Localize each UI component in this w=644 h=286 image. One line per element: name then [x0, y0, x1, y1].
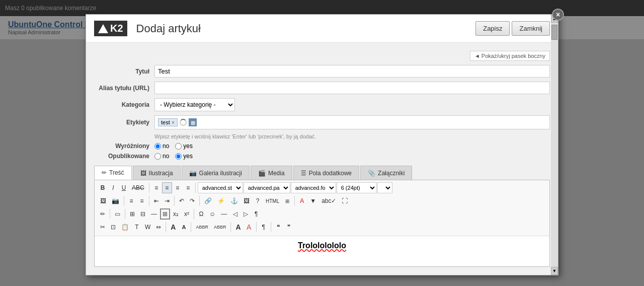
distinguished-no-option[interactable]: no	[154, 142, 169, 150]
tag-test: test ×	[158, 118, 178, 126]
ltr-button[interactable]: ◁	[230, 208, 240, 220]
align-center-button[interactable]: ≡	[162, 182, 172, 193]
tags-container[interactable]: test × ▦	[154, 115, 550, 129]
save-button[interactable]: Zapisz	[475, 21, 510, 36]
modal-close-button[interactable]: ×	[552, 9, 564, 21]
cut-button[interactable]: ✂	[98, 222, 108, 233]
rtl-button[interactable]: ▷	[240, 208, 251, 220]
emoji-button[interactable]: ☺	[207, 208, 218, 220]
unlink-button[interactable]: ⚡	[215, 195, 227, 206]
format-a-button[interactable]: A	[233, 222, 243, 233]
align-justify-button[interactable]: ≡	[183, 182, 193, 193]
published-yes-radio[interactable]	[175, 153, 182, 160]
fullscreen-button[interactable]: ⛶	[339, 195, 350, 206]
link-button[interactable]: 🔗	[202, 195, 214, 206]
fontsize-extra-select[interactable]: ▼	[377, 182, 392, 193]
paste-button[interactable]: 📋	[119, 222, 131, 233]
spell-button[interactable]: abc✓	[319, 195, 339, 206]
alias-input[interactable]	[154, 82, 550, 94]
distinguished-yes-option[interactable]: yes	[175, 142, 193, 150]
category-select[interactable]: - Wybierz kategorię -	[154, 98, 235, 111]
editor-content[interactable]: Trolololololo	[95, 236, 549, 266]
table-button[interactable]: ⊞	[127, 208, 137, 220]
fontsize-select[interactable]: 6 (24pt)	[337, 182, 377, 193]
subscript-button[interactable]: x₂	[171, 208, 181, 220]
published-no-radio[interactable]	[154, 153, 161, 160]
html-button[interactable]: HTML	[263, 195, 282, 206]
fontcolor-button[interactable]: A	[297, 195, 307, 206]
modal-body: ◄ Pokaż/ukryj pasek boczny Tytuł Alias t…	[86, 43, 558, 275]
redo-button[interactable]: ↷	[187, 195, 197, 206]
fontcolor-pick-button[interactable]: ▼	[307, 195, 318, 206]
distinguished-yes-radio[interactable]	[175, 143, 182, 150]
distinguished-no-radio[interactable]	[154, 143, 161, 150]
source-button[interactable]: ⊞	[282, 195, 292, 206]
tag-remove-icon[interactable]: ×	[172, 119, 175, 125]
image-button[interactable]: 🖼	[241, 195, 252, 206]
list-ordered-button[interactable]: ≡	[137, 195, 147, 206]
superscript-button[interactable]: x²	[182, 208, 192, 220]
category-row: Kategoria - Wybierz kategorię -	[94, 98, 550, 111]
abbr2-button[interactable]: ABBR	[211, 222, 229, 233]
style-select[interactable]: advanced.st	[198, 182, 243, 193]
title-input[interactable]	[154, 65, 550, 78]
tab-pola[interactable]: ☰ Pola dodatkowe	[293, 166, 359, 180]
hr-button[interactable]: —	[218, 208, 229, 220]
resize-button[interactable]: ⇔	[153, 222, 164, 233]
font-a2-button[interactable]: A	[179, 222, 189, 233]
tab-tresc[interactable]: ✏ Treść	[94, 166, 132, 180]
category-label: Kategoria	[94, 101, 154, 108]
modal-scrollbar[interactable]: ▲ ▼	[551, 15, 558, 275]
title-row: Tytuł	[94, 65, 550, 78]
undo-button[interactable]: ↶	[177, 195, 187, 206]
tab-zalaczniki-label: Załączniki	[378, 170, 405, 177]
insert-img-button[interactable]: 🖼	[98, 195, 109, 206]
edit-button[interactable]: ✏	[98, 208, 108, 220]
italic-button[interactable]: I	[108, 182, 118, 193]
published-no-option[interactable]: no	[154, 153, 169, 160]
indent-button[interactable]: ⇥	[162, 195, 172, 206]
tag-icon: ▦	[189, 118, 197, 126]
align-right-button[interactable]: ≡	[173, 182, 183, 193]
strikethrough-button[interactable]: ABC	[129, 182, 147, 193]
scroll-down-arrow[interactable]: ▼	[551, 267, 558, 275]
table2-button[interactable]: ⊟	[138, 208, 148, 220]
tab-media[interactable]: 🎬 Media	[251, 166, 292, 180]
alias-label: Alias tytułu (URL)	[94, 85, 154, 92]
underline-button[interactable]: U	[119, 182, 129, 193]
superscript-container[interactable]: ⊞	[160, 208, 170, 220]
help-button[interactable]: ?	[253, 195, 263, 206]
toolbar-sep-9	[125, 209, 125, 219]
insert-media-button[interactable]: 📷	[109, 195, 122, 206]
paste-text-button[interactable]: T	[132, 222, 142, 233]
blockquote2-button[interactable]: ❞	[284, 222, 294, 233]
tab-galeria[interactable]: 📷 Galeria ilustracji	[182, 166, 250, 180]
distinguished-yes-label: yes	[183, 142, 193, 150]
tab-ilustracja[interactable]: 🖼 Ilustracja	[133, 166, 181, 180]
anchor-button[interactable]: ⚓	[228, 195, 240, 206]
paragraph-select[interactable]: advanced.pa	[244, 182, 290, 193]
sidebar-toggle-button[interactable]: ◄ Pokaż/ukryj pasek boczny	[470, 51, 550, 61]
abbr-button[interactable]: ABBR	[193, 222, 211, 233]
copy-button[interactable]: ⊡	[108, 222, 118, 233]
align-left-button[interactable]: ≡	[151, 182, 162, 193]
list-unordered-button[interactable]: ≡	[126, 195, 136, 206]
font-select[interactable]: advanced.fo	[291, 182, 336, 193]
font-a-button[interactable]: A	[168, 222, 178, 233]
tab-zalaczniki[interactable]: 📎 Załączniki	[360, 166, 412, 180]
special-char-button[interactable]: Ω	[196, 208, 206, 220]
paste-word-button[interactable]: W	[142, 222, 153, 233]
close-button[interactable]: Zamknij	[512, 21, 550, 36]
para-button[interactable]: ¶	[259, 222, 269, 233]
toolbar-sep-5	[174, 196, 175, 206]
minus-button[interactable]: —	[148, 208, 159, 220]
format-a2-button[interactable]: A	[244, 222, 254, 233]
k2-logo: K2	[94, 21, 127, 36]
blockquote-button[interactable]: ❝	[273, 222, 283, 233]
published-yes-option[interactable]: yes	[175, 153, 193, 160]
outdent-button[interactable]: ⇤	[151, 195, 162, 206]
border-button[interactable]: ▭	[112, 208, 123, 220]
scroll-thumb[interactable]	[551, 25, 557, 40]
pilcrow-button[interactable]: ¶	[251, 208, 261, 220]
bold-button[interactable]: B	[98, 182, 108, 193]
